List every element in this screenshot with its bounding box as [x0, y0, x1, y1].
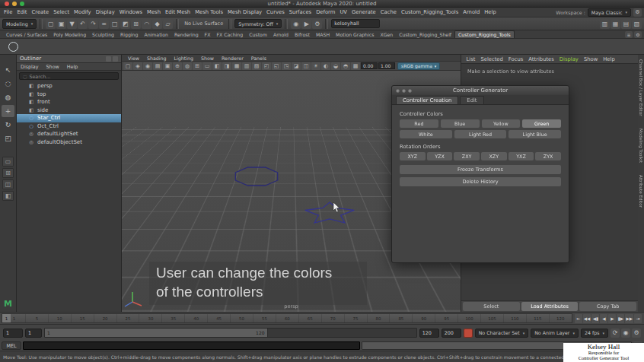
menu-set-dropdown[interactable]: Modeling: [2, 19, 37, 29]
field-chart-icon[interactable]: ▦: [232, 62, 241, 70]
shelf-tab[interactable]: Animation: [141, 31, 171, 38]
menu-item[interactable]: Display: [94, 9, 117, 15]
fps-dropdown[interactable]: 24 fps: [581, 329, 608, 338]
menu-item[interactable]: Help: [482, 9, 499, 15]
circle-controller-shelf-icon[interactable]: [8, 42, 18, 52]
paint-select-tool-icon[interactable]: ◍: [2, 91, 14, 103]
dock-tab[interactable]: Channel Box / Layer Editor: [639, 59, 643, 116]
wireframe-shaded-icon[interactable]: ◫: [301, 62, 311, 70]
shelf-tab[interactable]: Custom: [246, 31, 270, 38]
undo-icon[interactable]: ↶: [78, 19, 88, 29]
color-management-dropdown[interactable]: sRGB gamma: [397, 62, 440, 70]
rotation-yzx-button[interactable]: YZX: [427, 152, 453, 160]
outliner-item-top[interactable]: ◧ top: [17, 90, 121, 99]
snap-curve-icon[interactable]: ◠: [142, 19, 151, 29]
light-red-color-button[interactable]: Light Red: [454, 130, 507, 138]
rotate-tool-icon[interactable]: ↻: [2, 119, 14, 131]
select-tool-icon[interactable]: ↖: [2, 64, 14, 76]
panel-close-icon[interactable]: [113, 56, 118, 62]
rotation-zyx-button[interactable]: ZYX: [535, 152, 561, 160]
mute-icon[interactable]: ◉: [621, 329, 630, 338]
current-frame-marker[interactable]: 1: [2, 314, 11, 322]
menu-item[interactable]: Edit: [14, 9, 29, 15]
menu-item[interactable]: Create: [30, 9, 52, 15]
shelf-tab[interactable]: Rigging: [117, 31, 141, 38]
minimize-icon[interactable]: [402, 89, 406, 93]
step-back-key-button[interactable]: ◀▮: [591, 314, 599, 323]
character-set-dropdown[interactable]: No Character Set: [475, 329, 529, 338]
outliner-item-default-object-set[interactable]: ◎ defaultObjectSet: [17, 138, 121, 147]
menu-item[interactable]: Surfaces: [287, 9, 314, 15]
tab-controller-creation[interactable]: Controller Creation: [396, 96, 458, 104]
exposure-field[interactable]: 0.00: [361, 62, 378, 69]
menu-item[interactable]: Mesh: [145, 9, 163, 15]
snap-plane-icon[interactable]: ▱: [163, 19, 173, 29]
snap-grid-icon[interactable]: ⊞: [131, 19, 141, 29]
animation-preferences-icon[interactable]: ⚙: [632, 329, 641, 338]
shelf-gear-icon[interactable]: ⚙: [634, 31, 642, 38]
ambient-occlusion-icon[interactable]: ◒: [331, 62, 340, 70]
light-blue-color-button[interactable]: Light Blue: [509, 130, 561, 138]
attribute-editor-menu-item[interactable]: List: [464, 56, 478, 62]
menu-item[interactable]: Cache: [378, 9, 399, 15]
outliner-menu-item[interactable]: Show: [43, 64, 63, 70]
viewport-menu-item[interactable]: Lighting: [171, 56, 197, 61]
ipr-render-icon[interactable]: ▶: [301, 19, 311, 29]
outliner-search[interactable]: ◌ Search...: [19, 72, 119, 80]
new-scene-icon[interactable]: ▢: [46, 19, 56, 29]
rotation-yxz-button[interactable]: YXZ: [509, 152, 534, 160]
shelf-tab[interactable]: XGen: [377, 31, 396, 38]
attribute-editor-menu-item[interactable]: Show: [581, 56, 600, 62]
outliner-item-oct-ctrl[interactable]: ○ Oct_Ctrl: [17, 122, 121, 131]
go-to-start-button[interactable]: ⇤: [575, 314, 582, 323]
open-scene-icon[interactable]: ▣: [56, 19, 66, 29]
shadows-icon[interactable]: ◐: [321, 62, 330, 70]
playback-range-handle[interactable]: 1 120: [45, 329, 268, 337]
animation-start-field[interactable]: 1: [3, 329, 23, 338]
menu-item[interactable]: Custom_Rigging_Tools: [399, 9, 461, 15]
symmetry-dropdown[interactable]: Symmetry: Off: [234, 19, 282, 28]
shelf-tab[interactable]: Custom_Rigging_Tools: [454, 30, 515, 38]
freeze-transforms-button[interactable]: Freeze Transforms: [400, 165, 561, 174]
viewport-menu-item[interactable]: View: [124, 56, 143, 61]
scale-tool-icon[interactable]: ◰: [2, 132, 14, 144]
pan-zoom-icon[interactable]: ⊕: [173, 62, 182, 70]
safe-title-icon[interactable]: ▧: [252, 62, 261, 70]
shelf-tab[interactable]: Motion Graphics: [333, 31, 377, 38]
viewport-menu-item[interactable]: Panels: [247, 56, 270, 61]
uv-editor-icon[interactable]: ▦: [611, 19, 620, 29]
tab-edit[interactable]: Edit: [460, 96, 483, 104]
yellow-color-button[interactable]: Yellow: [482, 119, 521, 128]
shelf-tab[interactable]: Bifrost: [292, 31, 313, 38]
step-back-frame-button[interactable]: ◀◀: [583, 314, 591, 323]
snap-point-icon[interactable]: ◆: [152, 19, 162, 29]
frame-all-icon[interactable]: ◰: [262, 62, 271, 70]
shelf-menu-icon[interactable]: ≡: [625, 31, 633, 38]
motion-blur-icon[interactable]: ◓: [341, 62, 350, 70]
shelf-tab[interactable]: Sculpting: [89, 31, 117, 38]
outliner-item-front[interactable]: ◧ front: [17, 98, 121, 106]
select-button[interactable]: Select: [463, 302, 520, 311]
dock-tab[interactable]: Modeling Toolkit: [639, 129, 643, 163]
image-plane-icon[interactable]: ▣: [163, 62, 172, 70]
range-slider-track[interactable]: 1 120: [44, 328, 417, 338]
load-attributes-button[interactable]: Load Attributes: [521, 302, 579, 311]
layout-four-icon[interactable]: ⊞: [2, 168, 14, 178]
step-forward-frame-button[interactable]: ▶▶: [625, 314, 633, 323]
layout-outliner-icon[interactable]: ◧: [2, 191, 14, 201]
rotation-xzy-button[interactable]: XZY: [481, 152, 507, 160]
controller-generator-titlebar[interactable]: Controller Generator: [392, 86, 569, 95]
menu-item[interactable]: Deform: [314, 9, 337, 15]
shelf-tab[interactable]: Rendering: [171, 31, 202, 38]
viewport-menu-item[interactable]: Show: [197, 56, 218, 61]
menu-item[interactable]: UV: [337, 9, 349, 15]
gate-mask-icon[interactable]: ◨: [222, 62, 231, 70]
dock-tab[interactable]: Attribute Editor: [639, 175, 643, 208]
lasso-tool-icon[interactable]: ◌: [2, 78, 14, 90]
playback-loop-icon[interactable]: ⟳: [611, 329, 620, 338]
bookmarks-icon[interactable]: ▤: [153, 62, 162, 70]
minimize-window-icon[interactable]: [12, 2, 17, 6]
attribute-editor-menu-item[interactable]: Selected: [478, 56, 505, 62]
attribute-editor-menu-item[interactable]: Help: [601, 56, 618, 62]
maximize-window-icon[interactable]: [20, 2, 24, 6]
